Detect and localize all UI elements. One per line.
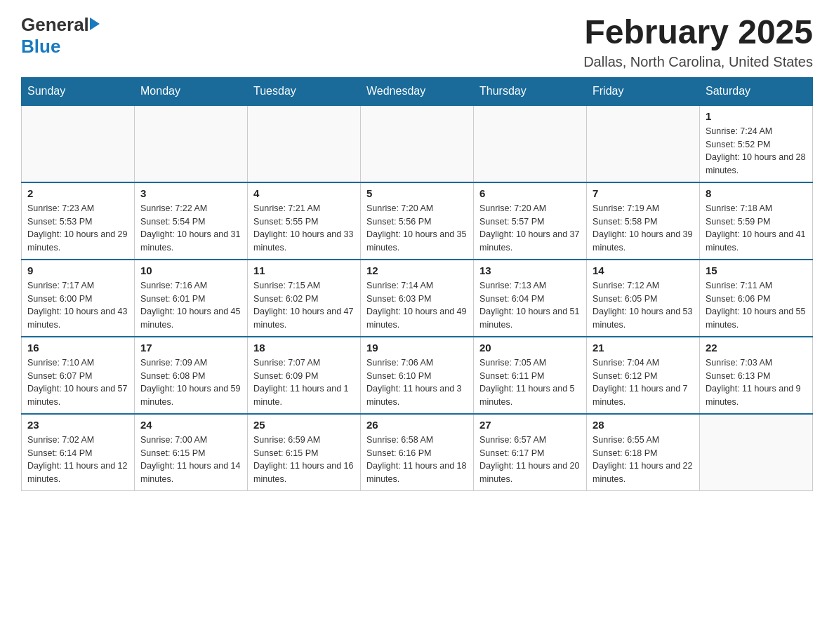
calendar-table: SundayMondayTuesdayWednesdayThursdayFrid… bbox=[21, 77, 813, 491]
column-header-tuesday: Tuesday bbox=[248, 77, 361, 105]
day-number: 5 bbox=[366, 187, 468, 199]
calendar-cell: 27Sunrise: 6:57 AMSunset: 6:17 PMDayligh… bbox=[474, 414, 587, 491]
day-number: 16 bbox=[27, 342, 128, 354]
day-info: Sunrise: 6:57 AMSunset: 6:17 PMDaylight:… bbox=[479, 434, 581, 486]
day-info: Sunrise: 7:20 AMSunset: 5:56 PMDaylight:… bbox=[366, 202, 468, 255]
calendar-cell: 19Sunrise: 7:06 AMSunset: 6:10 PMDayligh… bbox=[361, 337, 474, 414]
day-number: 9 bbox=[27, 264, 128, 276]
day-info: Sunrise: 7:17 AMSunset: 6:00 PMDaylight:… bbox=[27, 279, 128, 332]
calendar-cell: 18Sunrise: 7:07 AMSunset: 6:09 PMDayligh… bbox=[248, 337, 361, 414]
calendar-cell: 12Sunrise: 7:14 AMSunset: 6:03 PMDayligh… bbox=[361, 260, 474, 337]
day-info: Sunrise: 7:12 AMSunset: 6:05 PMDaylight:… bbox=[593, 279, 694, 332]
calendar-cell: 22Sunrise: 7:03 AMSunset: 6:13 PMDayligh… bbox=[700, 337, 813, 414]
day-info: Sunrise: 7:03 AMSunset: 6:13 PMDaylight:… bbox=[706, 356, 807, 409]
column-header-thursday: Thursday bbox=[474, 77, 587, 105]
day-number: 10 bbox=[140, 264, 241, 276]
calendar-cell: 9Sunrise: 7:17 AMSunset: 6:00 PMDaylight… bbox=[22, 260, 135, 337]
calendar-cell: 13Sunrise: 7:13 AMSunset: 6:04 PMDayligh… bbox=[474, 260, 587, 337]
calendar-cell bbox=[700, 414, 813, 491]
calendar-week-row: 1Sunrise: 7:24 AMSunset: 5:52 PMDaylight… bbox=[22, 105, 813, 182]
calendar-cell: 16Sunrise: 7:10 AMSunset: 6:07 PMDayligh… bbox=[22, 337, 135, 414]
day-number: 22 bbox=[706, 342, 807, 354]
title-area: February 2025 Dallas, North Carolina, Un… bbox=[583, 14, 813, 70]
calendar-cell: 1Sunrise: 7:24 AMSunset: 5:52 PMDaylight… bbox=[700, 105, 813, 182]
column-header-monday: Monday bbox=[135, 77, 248, 105]
calendar-cell: 3Sunrise: 7:22 AMSunset: 5:54 PMDaylight… bbox=[135, 182, 248, 260]
calendar-week-row: 9Sunrise: 7:17 AMSunset: 6:00 PMDaylight… bbox=[22, 260, 813, 337]
month-title: February 2025 bbox=[583, 14, 813, 51]
day-number: 19 bbox=[366, 342, 468, 354]
day-info: Sunrise: 7:05 AMSunset: 6:11 PMDaylight:… bbox=[479, 356, 581, 409]
day-info: Sunrise: 6:59 AMSunset: 6:15 PMDaylight:… bbox=[253, 434, 355, 486]
day-info: Sunrise: 7:11 AMSunset: 6:06 PMDaylight:… bbox=[706, 279, 807, 332]
day-number: 14 bbox=[593, 264, 694, 276]
logo: General Blue bbox=[21, 14, 100, 58]
calendar-cell: 28Sunrise: 6:55 AMSunset: 6:18 PMDayligh… bbox=[587, 414, 700, 491]
day-info: Sunrise: 7:09 AMSunset: 6:08 PMDaylight:… bbox=[140, 356, 241, 409]
calendar-cell bbox=[22, 105, 135, 182]
calendar-cell bbox=[474, 105, 587, 182]
calendar-week-row: 16Sunrise: 7:10 AMSunset: 6:07 PMDayligh… bbox=[22, 337, 813, 414]
column-header-saturday: Saturday bbox=[700, 77, 813, 105]
calendar-cell: 6Sunrise: 7:20 AMSunset: 5:57 PMDaylight… bbox=[474, 182, 587, 260]
day-number: 6 bbox=[479, 187, 581, 199]
day-number: 26 bbox=[366, 419, 468, 431]
day-info: Sunrise: 7:06 AMSunset: 6:10 PMDaylight:… bbox=[366, 356, 468, 409]
day-info: Sunrise: 7:16 AMSunset: 6:01 PMDaylight:… bbox=[140, 279, 241, 332]
calendar-header-row: SundayMondayTuesdayWednesdayThursdayFrid… bbox=[22, 77, 813, 105]
logo-blue-text: Blue bbox=[21, 36, 60, 57]
calendar-cell bbox=[248, 105, 361, 182]
day-info: Sunrise: 6:58 AMSunset: 6:16 PMDaylight:… bbox=[366, 434, 468, 486]
calendar-week-row: 23Sunrise: 7:02 AMSunset: 6:14 PMDayligh… bbox=[22, 414, 813, 491]
day-number: 4 bbox=[253, 187, 355, 199]
calendar-cell: 7Sunrise: 7:19 AMSunset: 5:58 PMDaylight… bbox=[587, 182, 700, 260]
calendar-cell: 2Sunrise: 7:23 AMSunset: 5:53 PMDaylight… bbox=[22, 182, 135, 260]
day-number: 25 bbox=[253, 419, 355, 431]
day-number: 12 bbox=[366, 264, 468, 276]
day-info: Sunrise: 7:15 AMSunset: 6:02 PMDaylight:… bbox=[253, 279, 355, 332]
calendar-cell: 21Sunrise: 7:04 AMSunset: 6:12 PMDayligh… bbox=[587, 337, 700, 414]
day-info: Sunrise: 7:02 AMSunset: 6:14 PMDaylight:… bbox=[27, 434, 128, 486]
day-number: 21 bbox=[593, 342, 694, 354]
calendar-cell: 15Sunrise: 7:11 AMSunset: 6:06 PMDayligh… bbox=[700, 260, 813, 337]
calendar-cell: 25Sunrise: 6:59 AMSunset: 6:15 PMDayligh… bbox=[248, 414, 361, 491]
day-number: 11 bbox=[253, 264, 355, 276]
calendar-cell: 10Sunrise: 7:16 AMSunset: 6:01 PMDayligh… bbox=[135, 260, 248, 337]
day-number: 8 bbox=[706, 187, 807, 199]
calendar-cell: 4Sunrise: 7:21 AMSunset: 5:55 PMDaylight… bbox=[248, 182, 361, 260]
calendar-cell: 20Sunrise: 7:05 AMSunset: 6:11 PMDayligh… bbox=[474, 337, 587, 414]
day-info: Sunrise: 7:10 AMSunset: 6:07 PMDaylight:… bbox=[27, 356, 128, 409]
calendar-cell: 8Sunrise: 7:18 AMSunset: 5:59 PMDaylight… bbox=[700, 182, 813, 260]
day-number: 23 bbox=[27, 419, 128, 431]
day-info: Sunrise: 7:20 AMSunset: 5:57 PMDaylight:… bbox=[479, 202, 581, 255]
column-header-sunday: Sunday bbox=[22, 77, 135, 105]
day-number: 1 bbox=[706, 110, 807, 122]
page-header: General Blue February 2025 Dallas, North… bbox=[21, 14, 813, 70]
day-info: Sunrise: 7:04 AMSunset: 6:12 PMDaylight:… bbox=[593, 356, 694, 409]
day-number: 15 bbox=[706, 264, 807, 276]
day-info: Sunrise: 7:22 AMSunset: 5:54 PMDaylight:… bbox=[140, 202, 241, 255]
calendar-cell: 17Sunrise: 7:09 AMSunset: 6:08 PMDayligh… bbox=[135, 337, 248, 414]
day-number: 27 bbox=[479, 419, 581, 431]
day-number: 24 bbox=[140, 419, 241, 431]
day-info: Sunrise: 7:00 AMSunset: 6:15 PMDaylight:… bbox=[140, 434, 241, 486]
day-number: 2 bbox=[27, 187, 128, 199]
day-number: 7 bbox=[593, 187, 694, 199]
day-number: 3 bbox=[140, 187, 241, 199]
calendar-cell: 14Sunrise: 7:12 AMSunset: 6:05 PMDayligh… bbox=[587, 260, 700, 337]
calendar-week-row: 2Sunrise: 7:23 AMSunset: 5:53 PMDaylight… bbox=[22, 182, 813, 260]
day-info: Sunrise: 7:19 AMSunset: 5:58 PMDaylight:… bbox=[593, 202, 694, 255]
day-number: 13 bbox=[479, 264, 581, 276]
day-info: Sunrise: 7:23 AMSunset: 5:53 PMDaylight:… bbox=[27, 202, 128, 255]
day-number: 28 bbox=[593, 419, 694, 431]
logo-triangle-icon bbox=[90, 18, 100, 30]
day-info: Sunrise: 7:07 AMSunset: 6:09 PMDaylight:… bbox=[253, 356, 355, 409]
day-info: Sunrise: 7:24 AMSunset: 5:52 PMDaylight:… bbox=[706, 125, 807, 177]
calendar-cell: 5Sunrise: 7:20 AMSunset: 5:56 PMDaylight… bbox=[361, 182, 474, 260]
column-header-friday: Friday bbox=[587, 77, 700, 105]
calendar-cell: 23Sunrise: 7:02 AMSunset: 6:14 PMDayligh… bbox=[22, 414, 135, 491]
day-info: Sunrise: 7:13 AMSunset: 6:04 PMDaylight:… bbox=[479, 279, 581, 332]
calendar-cell: 11Sunrise: 7:15 AMSunset: 6:02 PMDayligh… bbox=[248, 260, 361, 337]
day-info: Sunrise: 7:18 AMSunset: 5:59 PMDaylight:… bbox=[706, 202, 807, 255]
day-number: 17 bbox=[140, 342, 241, 354]
